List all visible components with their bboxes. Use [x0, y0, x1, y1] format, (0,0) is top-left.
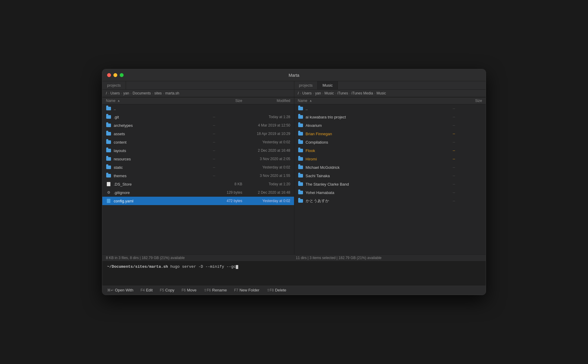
- fkey-edit-key: F4: [140, 288, 145, 292]
- right-status: 11 dirs | 3 items selected | 182.79 GB (…: [292, 256, 482, 260]
- bc-martash[interactable]: marta.sh: [165, 91, 179, 95]
- right-row-brian-finnegan[interactable]: Brian Finnegan --: [294, 130, 486, 138]
- right-breadcrumb: / › Users › yan › Music › iTunes › iTune…: [294, 90, 486, 97]
- fkey-edit-label: Edit: [146, 288, 152, 292]
- fkey-move[interactable]: F6 Move: [182, 288, 196, 292]
- folder-icon: [106, 148, 111, 153]
- main-window: Marta projects projects Music / › Users …: [102, 69, 486, 295]
- folder-icon: [298, 140, 303, 144]
- fkey-new-folder[interactable]: F7 New Folder: [234, 288, 259, 292]
- right-row-kato[interactable]: かとうあすか --: [294, 197, 486, 205]
- fkey-delete[interactable]: ⇧F8 Delete: [267, 288, 286, 292]
- left-row-parent[interactable]: ..: [102, 104, 294, 113]
- bc-users-left[interactable]: Users: [110, 91, 120, 95]
- left-tab-projects[interactable]: projects: [102, 81, 126, 89]
- folder-icon: [106, 165, 111, 169]
- left-row-configyaml[interactable]: config.yaml 472 bytes Yesterday at 0:02: [102, 197, 294, 205]
- fkey-copy[interactable]: F5 Copy: [160, 288, 174, 292]
- fkey-rename[interactable]: ⇧F6 Rename: [204, 288, 227, 292]
- folder-icon: [298, 165, 303, 169]
- left-row-assets[interactable]: assets -- 18 Apr 2019 at 10:29: [102, 130, 294, 138]
- bc-yan-left[interactable]: yan: [123, 91, 129, 95]
- bc-music[interactable]: Music: [325, 91, 334, 95]
- sort-arrow-right: ∧: [310, 99, 312, 103]
- terminal[interactable]: ~/Documents/sites/marta.sh hugo server -…: [102, 261, 486, 285]
- left-col-header: Name ∧ Size Modified: [102, 97, 294, 104]
- left-status: 8 KB in 3 files, 8 dirs | 182.79 GB (21%…: [106, 256, 292, 260]
- left-row-archetypes[interactable]: archetypes -- 4 Mar 2019 at 12:50: [102, 121, 294, 130]
- panels: .. .git -- Today at 1:28 archetypes: [102, 104, 486, 254]
- right-row-flook[interactable]: Flook --: [294, 146, 486, 155]
- right-col-header: Name ∧ Size: [294, 97, 486, 104]
- left-row-git[interactable]: .git -- Today at 1:28: [102, 113, 294, 121]
- maximize-button[interactable]: [120, 73, 124, 77]
- terminal-cursor: [236, 265, 238, 269]
- left-row-gitignore[interactable]: ⚙ .gitignore 129 bytes 2 Dec 2020 at 16:…: [102, 188, 294, 197]
- folder-icon: [298, 182, 303, 186]
- bc-documents[interactable]: Documents: [133, 91, 151, 95]
- right-row-compilations[interactable]: Compilations --: [294, 138, 486, 146]
- terminal-command: hugo server -D --minify --gc: [168, 264, 236, 269]
- file-yaml-icon: [106, 199, 111, 203]
- fkey-delete-label: Delete: [275, 288, 286, 292]
- folder-icon: [298, 148, 303, 153]
- folder-icon: [106, 174, 111, 178]
- folder-icon: [106, 123, 111, 127]
- fkey-rename-key: ⇧F6: [204, 288, 211, 292]
- right-row-ai-kuwabara[interactable]: ai kuwabara trio project --: [294, 113, 486, 121]
- fkey-rename-label: Rename: [212, 288, 227, 292]
- folder-icon: [106, 132, 111, 136]
- bc-sites[interactable]: sites: [154, 91, 162, 95]
- left-row-content[interactable]: content -- Yesterday at 0:02: [102, 138, 294, 146]
- left-row-dsstore[interactable]: .DS_Store 8 KB Today at 1:20: [102, 180, 294, 188]
- breadcrumbs-row: / › Users › yan › Documents › sites › ma…: [102, 90, 486, 97]
- left-row-themes[interactable]: themes -- 3 Nov 2020 at 1:55: [102, 172, 294, 180]
- bc-itunes-media[interactable]: iTunes Media: [352, 91, 373, 95]
- left-row-layouts[interactable]: layouts -- 2 Dec 2020 at 16:48: [102, 146, 294, 155]
- right-row-hiromi[interactable]: Hiromi --: [294, 155, 486, 163]
- folder-icon: [298, 132, 303, 136]
- file-gear-icon: ⚙: [106, 190, 111, 195]
- right-row-yohei[interactable]: Yohei Hamabata --: [294, 188, 486, 197]
- right-file-list[interactable]: .. -- ai kuwabara trio project -- Akvari…: [294, 104, 486, 254]
- fkey-edit[interactable]: F4 Edit: [140, 288, 152, 292]
- col-name-left: Name ∧: [106, 99, 215, 103]
- folder-icon: [106, 115, 111, 119]
- folder-icon: [298, 199, 303, 203]
- col-name-right: Name ∧: [298, 99, 455, 103]
- col-size-left: Size: [215, 99, 242, 103]
- bc-root-left[interactable]: /: [106, 91, 107, 95]
- fkey-open-with[interactable]: ⌘↵ Open With: [107, 288, 133, 292]
- bc-users-right[interactable]: Users: [302, 91, 312, 95]
- fkey-move-label: Move: [187, 288, 196, 292]
- sort-arrow-left: ∧: [118, 99, 120, 103]
- window-buttons: [107, 73, 124, 77]
- col-headers-row: Name ∧ Size Modified Name ∧ Size: [102, 97, 486, 104]
- right-panel: .. -- ai kuwabara trio project -- Akvari…: [294, 104, 486, 254]
- right-tab-projects[interactable]: projects: [294, 81, 318, 89]
- left-breadcrumb: / › Users › yan › Documents › sites › ma…: [102, 90, 294, 97]
- folder-icon: [298, 174, 303, 178]
- left-row-resources[interactable]: resources -- 3 Nov 2020 at 2:05: [102, 155, 294, 163]
- right-row-parent[interactable]: .. --: [294, 104, 486, 113]
- titlebar: Marta: [102, 69, 486, 81]
- close-button[interactable]: [107, 73, 111, 77]
- window-title: Marta: [289, 73, 299, 78]
- right-tab-music[interactable]: Music: [318, 81, 338, 89]
- right-row-akvarium[interactable]: Akvarium --: [294, 121, 486, 130]
- left-panel: .. .git -- Today at 1:28 archetypes: [102, 104, 294, 254]
- folder-icon: [298, 157, 303, 161]
- left-tabs: projects: [102, 81, 294, 89]
- left-file-list[interactable]: .. .git -- Today at 1:28 archetypes: [102, 104, 294, 254]
- bc-itunes[interactable]: iTunes: [338, 91, 348, 95]
- right-row-sachi[interactable]: Sachi Tainaka --: [294, 172, 486, 180]
- left-row-static[interactable]: static -- Yesterday at 0:02: [102, 163, 294, 172]
- minimize-button[interactable]: [113, 73, 117, 77]
- bc-root-right[interactable]: /: [298, 91, 299, 95]
- right-tabs: projects Music: [294, 81, 486, 89]
- right-row-michael[interactable]: Michael McGoldrick --: [294, 163, 486, 172]
- bc-music2[interactable]: Music: [376, 91, 386, 95]
- right-row-stanley[interactable]: The Stanley Clarke Band --: [294, 180, 486, 188]
- file-doc-icon: [106, 182, 111, 186]
- bc-yan-right[interactable]: yan: [315, 91, 321, 95]
